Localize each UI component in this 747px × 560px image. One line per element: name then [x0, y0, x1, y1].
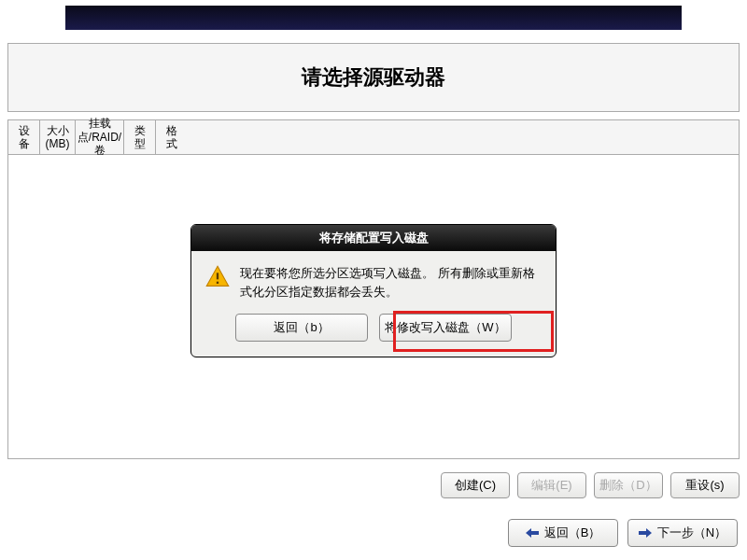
action-row: 创建(C) 编辑(E) 删除（D） 重设(s) — [7, 472, 740, 498]
arrow-right-icon — [639, 528, 652, 538]
warning-icon — [204, 264, 231, 290]
col-format[interactable]: 格式 — [156, 120, 188, 154]
next-button[interactable]: 下一步（N） — [627, 519, 738, 547]
edit-button: 编辑(E) — [517, 472, 586, 498]
back-button[interactable]: 返回（B） — [508, 519, 618, 547]
arrow-left-icon — [526, 528, 539, 538]
page-title: 请选择源驱动器 — [302, 63, 445, 91]
col-mount[interactable]: 挂载点/RAID/卷 — [76, 120, 124, 154]
nav-row: 返回（B） 下一步（N） — [508, 519, 738, 547]
dialog-title: 将存储配置写入磁盘 — [191, 225, 556, 251]
confirm-write-dialog: 将存储配置写入磁盘 现在要将您所选分区选项写入磁盘。 所有删除或重新格式化分区指… — [190, 224, 557, 357]
delete-button: 删除（D） — [594, 472, 663, 498]
create-button[interactable]: 创建(C) — [441, 472, 510, 498]
dialog-write-button[interactable]: 将修改写入磁盘（W） — [379, 314, 512, 342]
dialog-message: 现在要将您所选分区选项写入磁盘。 所有删除或重新格式化分区指定数据都会丢失。 — [240, 264, 539, 301]
col-device[interactable]: 设备 — [8, 120, 40, 154]
dialog-back-button[interactable]: 返回（b） — [235, 314, 368, 342]
back-button-label: 返回（B） — [544, 525, 601, 541]
title-panel: 请选择源驱动器 — [7, 43, 740, 112]
col-size[interactable]: 大小(MB) — [40, 120, 76, 154]
svg-rect-1 — [217, 282, 218, 284]
top-banner — [65, 6, 682, 30]
svg-rect-0 — [217, 273, 218, 279]
partition-table-header: 设备 大小(MB) 挂载点/RAID/卷 类型 格式 — [7, 119, 740, 155]
reset-button[interactable]: 重设(s) — [670, 472, 740, 498]
next-button-label: 下一步（N） — [657, 525, 726, 541]
col-type[interactable]: 类型 — [124, 120, 156, 154]
